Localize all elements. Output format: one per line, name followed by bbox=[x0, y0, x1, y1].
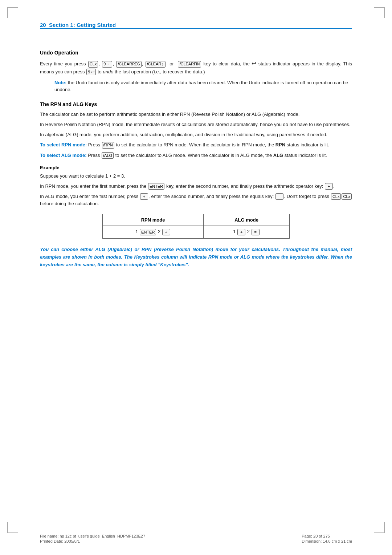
footer-page: Page: 20 of 275 bbox=[302, 534, 352, 538]
corner-mark-tl bbox=[7, 7, 18, 18]
key-plus2: + bbox=[140, 193, 148, 200]
footer-printed-date: Printed Date: 2005/8/1 bbox=[40, 539, 145, 543]
note-label: Note: bbox=[54, 80, 66, 85]
alg-select-label: To select ALG mode: bbox=[40, 153, 87, 158]
footer-filename: File name: hp 12c pt_user's guide_Englis… bbox=[40, 534, 145, 538]
key-fclearreg: f CLEARREG bbox=[116, 61, 141, 68]
key-equals: = bbox=[275, 193, 283, 200]
alg-bold: ALG bbox=[273, 153, 283, 158]
footer-left: File name: hp 12c pt_user's guide_Englis… bbox=[40, 534, 145, 543]
example-para2: In RPN mode, you enter the first number,… bbox=[40, 183, 352, 190]
rpn-select-label: To select RPN mode: bbox=[40, 142, 87, 147]
key-enter: ENTER bbox=[148, 183, 164, 190]
key-plus1: + bbox=[325, 183, 333, 190]
rpn-alg-heading: The RPN and ALG Keys bbox=[40, 101, 352, 107]
key-clx-clx2: CLx bbox=[342, 193, 352, 200]
key-clx-clx: CLx bbox=[331, 193, 341, 200]
corner-mark-bl bbox=[7, 522, 18, 533]
page-header: 20 Section 1: Getting Started bbox=[40, 22, 352, 39]
rpn-select-para: To select RPN mode: Press f RPN to set t… bbox=[40, 141, 352, 149]
table-row: 1 ENTER 2 + 1 + 2 = bbox=[103, 226, 290, 239]
example-para1: Suppose you want to calculate 1 + 2 = 3. bbox=[40, 173, 352, 180]
note-text: the Undo function is only available imme… bbox=[54, 80, 348, 93]
section-title: Section 1: Getting Started bbox=[49, 22, 116, 28]
table-header-rpn: RPN mode bbox=[103, 214, 204, 226]
key-f-alg: f ALG bbox=[102, 152, 114, 159]
alg-select-para: To select ALG mode: Press f ALG to set t… bbox=[40, 152, 352, 159]
rpn-alg-para3: In algebraic (ALG) mode, you perform add… bbox=[40, 131, 352, 138]
table-cell-alg: 1 + 2 = bbox=[204, 226, 290, 239]
table-header-alg: ALG mode bbox=[204, 214, 290, 226]
key-plus-alg-table: + bbox=[237, 229, 245, 235]
rpn-alg-para1: The calculator can be set to perform ari… bbox=[40, 111, 352, 118]
corner-mark-br bbox=[374, 522, 385, 533]
mode-table: RPN mode ALG mode 1 ENTER 2 + 1 + 2 = bbox=[102, 214, 290, 239]
key-9back: 9 ← bbox=[102, 61, 112, 68]
rpn-alg-para2: In Reverse Polish Notation (RPN) mode, t… bbox=[40, 121, 352, 128]
key-9undo: 9 ↩ bbox=[86, 69, 96, 75]
key-f-rpn: f RPN bbox=[102, 142, 114, 149]
undo-para1: Every time you press CLx, 9 ←, f CLEARRE… bbox=[40, 59, 352, 76]
key-plus-table: + bbox=[162, 229, 170, 235]
footer-right: Page: 20 of 275 Dimension: 14.8 cm x 21 … bbox=[302, 534, 352, 543]
undo-heading: Undo Operation bbox=[40, 50, 352, 56]
key-fclearfin: f CLEARFIN bbox=[178, 61, 201, 68]
footer-dimension: Dimension: 14.8 cm x 21 cm bbox=[302, 539, 352, 543]
key-clx: CLx bbox=[88, 61, 98, 68]
key-equals-alg-table: = bbox=[252, 229, 260, 235]
page-header-title: 20 Section 1: Getting Started bbox=[40, 22, 116, 28]
page: 20 Section 1: Getting Started Undo Opera… bbox=[0, 0, 392, 555]
undo-note: Note: the Undo function is only availabl… bbox=[54, 79, 352, 93]
key-enter-table: ENTER bbox=[140, 229, 156, 235]
example-para3: In ALG mode, you enter the first number,… bbox=[40, 193, 352, 207]
page-footer: File name: hp 12c pt_user's guide_Englis… bbox=[40, 534, 352, 543]
corner-mark-tr bbox=[374, 7, 385, 18]
example-heading: Example bbox=[40, 165, 352, 170]
key-fclearsum: f CLEAR∑ bbox=[146, 61, 166, 68]
page-number: 20 bbox=[40, 22, 46, 28]
rpn-bold: RPN bbox=[275, 142, 285, 147]
table-cell-rpn: 1 ENTER 2 + bbox=[103, 226, 204, 239]
blue-italic-para: You can choose either ALG (Algebraic) or… bbox=[40, 246, 352, 268]
